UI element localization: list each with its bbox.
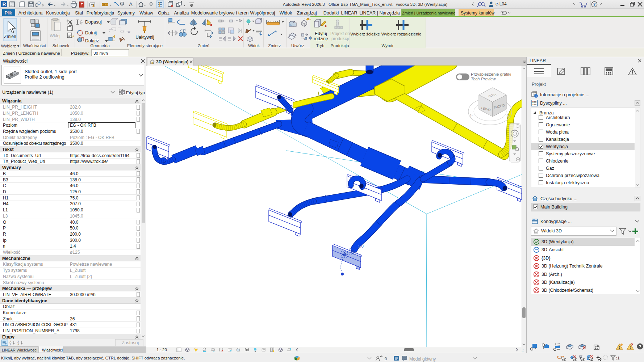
svg-text:A: A bbox=[17, 343, 20, 346]
svg-text:e-L04: e-L04 bbox=[495, 1, 507, 7]
svg-text:i: i bbox=[536, 95, 536, 98]
svg-text:Wklej: Wklej bbox=[50, 33, 60, 38]
svg-text:R: R bbox=[2, 1, 6, 7]
svg-text:?: ? bbox=[639, 344, 641, 349]
svg-text:5.0: 5.0 bbox=[358, 244, 364, 248]
svg-text::0: :0 bbox=[384, 357, 387, 361]
svg-text:Zmień: Zmień bbox=[4, 34, 16, 39]
svg-text:A: A bbox=[129, 1, 133, 7]
svg-text:?: ? bbox=[593, 2, 596, 7]
svg-text:Uaktywnij: Uaktywnij bbox=[135, 35, 154, 40]
svg-text:produkcji: produkcji bbox=[331, 36, 349, 41]
svg-text:Dopasuj: Dopasuj bbox=[85, 20, 102, 25]
svg-text:Dołącz: Dołącz bbox=[85, 38, 99, 43]
svg-text::1: :1 bbox=[616, 356, 620, 360]
svg-text:Wybierz rozgałęzienie: Wybierz rozgałęzienie bbox=[381, 32, 421, 36]
svg-text:Wybierz ścieżkę: Wybierz ścieżkę bbox=[350, 32, 380, 36]
svg-text:1: 1 bbox=[121, 3, 123, 5]
svg-text:Projekt do: Projekt do bbox=[330, 31, 350, 36]
svg-text:Edytuj: Edytuj bbox=[315, 31, 327, 36]
svg-text:Przyspieszenie grafiki: Przyspieszenie grafiki bbox=[471, 72, 511, 76]
svg-text:Dotnij: Dotnij bbox=[85, 30, 97, 35]
svg-text:Tech Preview: Tech Preview bbox=[471, 77, 496, 81]
svg-text:rodzinę: rodzinę bbox=[314, 36, 328, 41]
svg-text:Z: Z bbox=[9, 343, 11, 346]
